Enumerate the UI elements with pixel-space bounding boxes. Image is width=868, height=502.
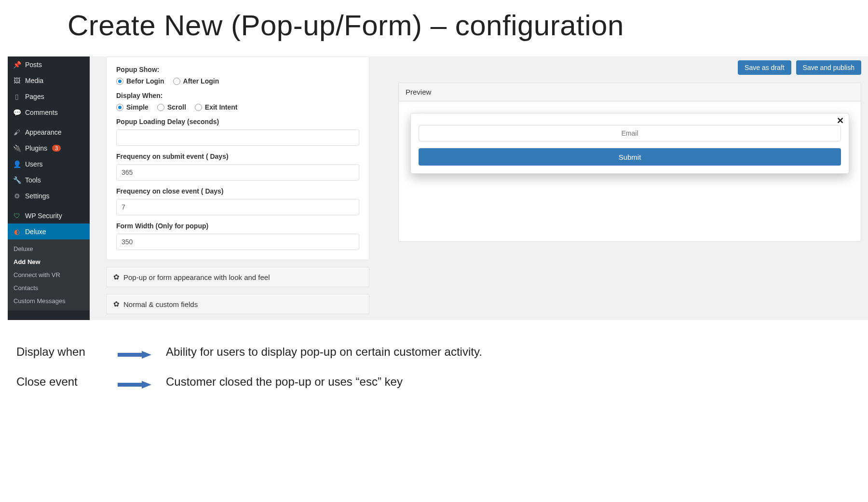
sliders-icon: ⚙ bbox=[13, 192, 21, 200]
radio-label: After Login bbox=[183, 77, 219, 85]
radio-icon bbox=[157, 104, 164, 111]
preview-body: ✕ Submit bbox=[399, 101, 861, 241]
popup-show-options: Befor Login After Login bbox=[116, 77, 359, 85]
freq-close-label: Frequency on close event ( Days) bbox=[116, 187, 359, 195]
sidebar-item-wp-security[interactable]: 🛡 WP Security bbox=[8, 208, 90, 223]
form-width-input[interactable] bbox=[116, 234, 359, 250]
accordion-label: Pop-up or form appearance with look and … bbox=[123, 273, 270, 281]
preview-heading: Preview bbox=[399, 83, 861, 101]
radio-simple[interactable]: Simple bbox=[116, 103, 149, 111]
svg-marker-1 bbox=[118, 381, 151, 389]
note-display-when: Display when Ability for users to displa… bbox=[16, 345, 868, 359]
sidebar-item-settings[interactable]: ⚙ Settings bbox=[8, 188, 90, 204]
freq-submit-input[interactable] bbox=[116, 164, 359, 181]
popup-preview-card: ✕ Submit bbox=[410, 113, 849, 174]
sidebar-item-label: Deluxe bbox=[25, 228, 46, 236]
plugin-update-badge: 3 bbox=[52, 145, 61, 152]
radio-icon bbox=[116, 78, 123, 85]
radio-label: Simple bbox=[126, 103, 149, 111]
wp-sidebar: 📌 Posts 🖼 Media ▯ Pages 💬 Comments 🖌 App… bbox=[8, 56, 90, 320]
svg-marker-0 bbox=[118, 351, 151, 359]
sidebar-item-label: Users bbox=[25, 160, 43, 168]
sidebar-item-label: Media bbox=[25, 77, 43, 84]
freq-submit-label: Frequency on submit event ( Days) bbox=[116, 153, 359, 160]
sidebar-item-users[interactable]: 👤 Users bbox=[8, 156, 90, 172]
sidebar-item-pages[interactable]: ▯ Pages bbox=[8, 88, 90, 104]
save-draft-button[interactable]: Save as draft bbox=[738, 60, 791, 75]
app-screenshot: 📌 Posts 🖼 Media ▯ Pages 💬 Comments 🖌 App… bbox=[0, 56, 868, 320]
sidebar-item-media[interactable]: 🖼 Media bbox=[8, 72, 90, 88]
save-publish-button[interactable]: Save and publish bbox=[796, 60, 861, 75]
radio-after-login[interactable]: After Login bbox=[173, 77, 219, 85]
gear-icon: ✿ bbox=[113, 273, 120, 281]
submenu-custom-messages[interactable]: Custom Messages bbox=[8, 294, 90, 307]
sidebar-item-label: Appearance bbox=[25, 128, 62, 136]
deluxe-icon: ◐ bbox=[13, 228, 21, 236]
submenu-connect-vr[interactable]: Connect with VR bbox=[8, 268, 90, 281]
loading-delay-label: Popup Loading Delay (seconds) bbox=[116, 118, 359, 126]
radio-before-login[interactable]: Befor Login bbox=[116, 77, 164, 85]
pin-icon: 📌 bbox=[13, 61, 21, 69]
sidebar-item-label: Pages bbox=[25, 93, 44, 100]
sidebar-item-label: Tools bbox=[25, 176, 41, 184]
form-width-label: Form Width (Only for popup) bbox=[116, 222, 359, 230]
accordion-fields[interactable]: ✿ Normal & custom fields bbox=[106, 294, 369, 314]
radio-icon bbox=[195, 104, 202, 111]
radio-icon bbox=[173, 78, 180, 85]
shield-icon: 🛡 bbox=[13, 212, 21, 220]
radio-label: Scroll bbox=[167, 103, 186, 111]
email-input[interactable] bbox=[419, 125, 841, 141]
arrow-icon bbox=[118, 348, 151, 356]
sidebar-submenu: Deluxe Add New Connect with VR Contacts … bbox=[8, 239, 90, 310]
right-column: Save as draft Save and publish Preview ✕… bbox=[379, 56, 868, 320]
popup-show-label: Popup Show: bbox=[116, 66, 359, 73]
plug-icon: 🔌 bbox=[13, 144, 21, 152]
note-close-event: Close event Customer closed the pop-up o… bbox=[16, 375, 868, 389]
loading-delay-input[interactable] bbox=[116, 129, 359, 146]
submenu-contacts[interactable]: Contacts bbox=[8, 281, 90, 294]
radio-label: Befor Login bbox=[126, 77, 164, 85]
save-buttons-row: Save as draft Save and publish bbox=[398, 56, 861, 83]
config-panel: Popup Show: Befor Login After Login Disp… bbox=[106, 56, 369, 260]
arrow-icon bbox=[118, 378, 151, 386]
sidebar-item-label: Plugins bbox=[25, 144, 47, 152]
radio-icon bbox=[116, 104, 123, 111]
accordion-appearance[interactable]: ✿ Pop-up or form appearance with look an… bbox=[106, 267, 369, 287]
sidebar-item-comments[interactable]: 💬 Comments bbox=[8, 104, 90, 120]
config-column: Popup Show: Befor Login After Login Disp… bbox=[90, 56, 379, 320]
main-content: Popup Show: Befor Login After Login Disp… bbox=[90, 56, 868, 320]
slide-notes: Display when Ability for users to displa… bbox=[0, 320, 868, 389]
close-icon[interactable]: ✕ bbox=[837, 115, 844, 126]
submenu-deluxe[interactable]: Deluxe bbox=[8, 242, 90, 255]
sidebar-item-label: Settings bbox=[25, 192, 50, 200]
display-when-options: Simple Scroll Exit Intent bbox=[116, 103, 359, 111]
sidebar-item-tools[interactable]: 🔧 Tools bbox=[8, 172, 90, 188]
accordion-label: Normal & custom fields bbox=[123, 300, 198, 308]
radio-label: Exit Intent bbox=[205, 103, 238, 111]
sidebar-item-deluxe[interactable]: ◐ Deluxe bbox=[8, 223, 90, 239]
preview-panel: Preview ✕ Submit bbox=[398, 83, 861, 242]
display-when-label: Display When: bbox=[116, 92, 359, 99]
submenu-add-new[interactable]: Add New bbox=[8, 255, 90, 268]
brush-icon: 🖌 bbox=[13, 128, 21, 136]
sidebar-item-plugins[interactable]: 🔌 Plugins 3 bbox=[8, 140, 90, 156]
wrench-icon: 🔧 bbox=[13, 176, 21, 184]
slide-title: Create New (Pop-up/Form) – configuration bbox=[0, 0, 868, 56]
freq-close-input[interactable] bbox=[116, 199, 359, 215]
sidebar-item-appearance[interactable]: 🖌 Appearance bbox=[8, 124, 90, 140]
user-icon: 👤 bbox=[13, 160, 21, 168]
note-label: Display when bbox=[16, 345, 103, 359]
note-description: Ability for users to display pop-up on c… bbox=[166, 345, 482, 359]
comment-icon: 💬 bbox=[13, 109, 21, 116]
sidebar-item-posts[interactable]: 📌 Posts bbox=[8, 56, 90, 72]
radio-exit-intent[interactable]: Exit Intent bbox=[195, 103, 238, 111]
note-label: Close event bbox=[16, 375, 103, 389]
radio-scroll[interactable]: Scroll bbox=[157, 103, 186, 111]
sidebar-item-label: WP Security bbox=[25, 212, 62, 220]
sidebar-item-label: Posts bbox=[25, 61, 42, 69]
sidebar-item-label: Comments bbox=[25, 109, 58, 116]
media-icon: 🖼 bbox=[13, 77, 21, 84]
note-description: Customer closed the pop-up or uses “esc”… bbox=[166, 375, 403, 389]
page-icon: ▯ bbox=[13, 93, 21, 100]
submit-button[interactable]: Submit bbox=[419, 148, 841, 166]
